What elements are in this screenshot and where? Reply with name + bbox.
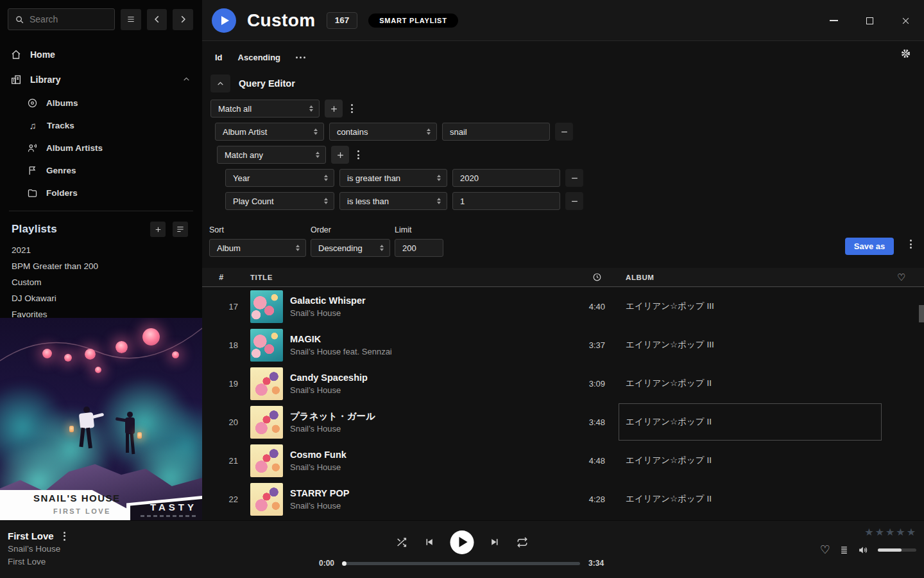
track-album: エイリアン☆ポップ II [626, 493, 712, 505]
remove-rule-button[interactable] [565, 169, 583, 187]
sort-select[interactable]: Album [209, 239, 306, 257]
star-icon[interactable]: ★ [875, 527, 884, 538]
rating-stars[interactable]: ★★★★★ [864, 527, 916, 538]
table-row[interactable]: 22 STARRY POP Snail’s House 4:28 エイリアン☆ポ… [202, 480, 924, 518]
table-row[interactable]: 17 Galactic Whisper Snail’s House 4:40 エ… [202, 287, 924, 326]
previous-button[interactable] [424, 537, 434, 547]
playlist-item[interactable]: Custom [0, 274, 202, 290]
menu-button[interactable] [121, 9, 141, 30]
chevron-left-icon [153, 15, 162, 24]
seek-bar[interactable] [343, 562, 580, 565]
sidebar-item-folders[interactable]: Folders [0, 182, 202, 204]
settings-button[interactable] [900, 48, 911, 61]
playlist-item[interactable]: BPM Greater than 200 [0, 258, 202, 274]
cover-artist: SNAIL'S HOUSE [33, 493, 121, 504]
seek-handle[interactable] [342, 561, 346, 566]
track-title: Candy Spaceship [290, 371, 571, 384]
sidebar-item-library[interactable]: Library [0, 67, 202, 92]
queue-button[interactable] [839, 545, 849, 555]
sidebar-item-album-artists[interactable]: Album Artists [0, 137, 202, 159]
playlist-item[interactable]: 2021 [0, 242, 202, 258]
rule-operator-select[interactable]: contains [329, 123, 437, 141]
rule-value-input[interactable] [452, 192, 560, 210]
table-row[interactable]: 20 プラネット・ガール Snail’s House 3:48 エイリアン☆ポッ… [202, 403, 924, 441]
favorite-button[interactable]: ♡ [820, 544, 830, 556]
col-album[interactable]: ALBUM [622, 274, 879, 281]
add-rule-button[interactable] [331, 146, 349, 164]
unfold-icon [314, 128, 318, 136]
rule-operator-select[interactable]: is less than [339, 192, 447, 210]
select-value: is greater than [347, 173, 400, 183]
plus-icon [336, 150, 345, 160]
sidebar-item-tracks[interactable]: ♫ Tracks [0, 114, 202, 137]
match-mode-select[interactable]: Match all [210, 100, 320, 118]
save-menu-button[interactable] [907, 240, 915, 249]
remove-rule-button[interactable] [565, 192, 583, 210]
nav-back-button[interactable] [147, 9, 167, 30]
collapse-query-button[interactable] [210, 74, 230, 92]
minimize-button[interactable] [825, 12, 843, 30]
playlist-view-button[interactable] [173, 222, 188, 237]
table-row[interactable]: 18 MAGIK Snail’s House feat. Sennzai 3:3… [202, 326, 924, 364]
rule-operator-select[interactable]: is greater than [339, 169, 447, 187]
select-value: Match all [218, 104, 252, 114]
star-icon[interactable]: ★ [907, 527, 916, 538]
close-button[interactable] [896, 12, 914, 30]
rule-field-select[interactable]: Year [225, 169, 334, 187]
order-select[interactable]: Descending [311, 239, 390, 257]
volume-slider[interactable] [878, 548, 916, 552]
play-icon [459, 537, 467, 547]
track-album-cell[interactable]: エイリアン☆ポップ II [622, 441, 879, 480]
match-mode-select[interactable]: Match any [217, 146, 326, 164]
page-title: Custom [247, 10, 316, 31]
col-favorite[interactable]: ♡ [879, 272, 924, 283]
track-album-cell[interactable]: エイリアン☆ポップ II [622, 403, 879, 441]
sidebar-item-home[interactable]: Home [0, 42, 202, 67]
sort-field-button[interactable]: Id [215, 53, 223, 62]
shuffle-button[interactable] [396, 536, 408, 548]
star-icon[interactable]: ★ [886, 527, 894, 538]
remove-rule-button[interactable] [555, 123, 573, 141]
next-button[interactable] [490, 537, 501, 547]
track-album-cell[interactable]: エイリアン☆ポップ II [622, 480, 879, 518]
track-duration: 4:28 [571, 495, 622, 504]
track-album-cell[interactable]: エイリアン☆ポップ III [622, 326, 879, 364]
figure-silhouette [72, 407, 101, 453]
save-as-button[interactable]: Save as [845, 238, 894, 255]
col-duration[interactable] [571, 272, 622, 282]
play-playlist-button[interactable] [212, 8, 236, 33]
add-rule-button[interactable] [325, 100, 343, 118]
star-icon[interactable]: ★ [864, 527, 873, 538]
star-icon[interactable]: ★ [896, 527, 905, 538]
playlist-item[interactable]: DJ Okawari [0, 290, 202, 306]
sidebar-item-genres[interactable]: Genres [0, 159, 202, 182]
col-title[interactable]: TITLE [241, 274, 571, 281]
limit-input[interactable] [395, 239, 443, 257]
maximize-button[interactable] [860, 12, 878, 30]
sort-direction-button[interactable]: Ascending [238, 53, 280, 62]
sidebar-item-label: Album Artists [46, 143, 103, 153]
rule-field-select[interactable]: Play Count [225, 192, 334, 210]
repeat-button[interactable] [517, 536, 529, 548]
scrollbar-thumb[interactable] [919, 305, 924, 322]
list-toolbar: Id Ascending [202, 41, 924, 73]
table-row[interactable]: 21 Cosmo Funk Snail’s House 4:48 エイリアン☆ポ… [202, 441, 924, 480]
volume-button[interactable] [858, 545, 869, 556]
add-playlist-button[interactable] [150, 222, 166, 237]
track-menu-button[interactable] [60, 532, 69, 541]
table-row[interactable]: 19 Candy Spaceship Snail’s House 3:09 エイ… [202, 364, 924, 403]
rule-value-input[interactable] [442, 123, 550, 141]
group-menu-button[interactable] [354, 150, 363, 159]
track-album-cell[interactable]: エイリアン☆ポップ II [622, 364, 879, 403]
group-menu-button[interactable] [348, 104, 356, 113]
track-art [250, 483, 283, 516]
more-options-button[interactable] [296, 57, 305, 58]
nav-forward-button[interactable] [173, 9, 193, 30]
play-pause-button[interactable] [450, 530, 474, 554]
rule-field-select[interactable]: Album Artist [215, 123, 324, 141]
search-input[interactable] [30, 14, 108, 24]
sidebar-item-albums[interactable]: Albums [0, 92, 202, 114]
rule-value-input[interactable] [452, 169, 560, 187]
search-box[interactable] [8, 8, 115, 30]
track-album-cell[interactable]: エイリアン☆ポップ III [622, 287, 879, 326]
